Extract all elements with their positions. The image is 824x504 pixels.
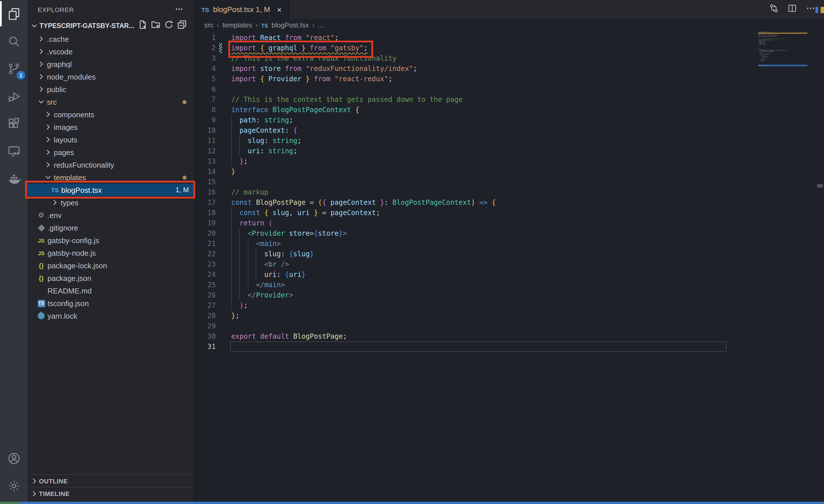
code-editor[interactable]: 1import React from "react";2import { gra…: [195, 33, 824, 352]
code-line-12: 12 uri: string;: [195, 146, 824, 156]
breadcrumb: src › templates › TS blogPost.tsx › ...: [195, 19, 824, 31]
tree-item-node-modules[interactable]: node_modules: [27, 70, 195, 83]
line-number: 25: [195, 280, 231, 290]
tree-item-.cache[interactable]: .cache: [27, 33, 195, 45]
tree-item-public[interactable]: public: [27, 83, 195, 96]
minimap-line-highlight: [758, 33, 807, 34]
new-file-icon[interactable]: [138, 20, 147, 31]
tree-item-src[interactable]: src: [27, 96, 195, 108]
breadcrumb-file[interactable]: blogPost.tsx: [272, 21, 309, 29]
tree-item-graphql[interactable]: graphql: [27, 58, 195, 70]
code-line-9: 9 path: string;: [195, 115, 824, 125]
activity-run-debug[interactable]: [0, 82, 27, 110]
minimap[interactable]: import React from "react";import { graph…: [758, 31, 813, 146]
section-outline[interactable]: OUTLINE: [27, 474, 195, 487]
git-modified-gutter: [219, 43, 222, 53]
line-number: 14: [195, 167, 231, 177]
code-line-4: 4import store from "reduxFunctionality/i…: [195, 64, 824, 74]
chevron-right-icon: [37, 85, 46, 94]
tab-blogpost[interactable]: TS blogPost.tsx 1, M ×: [195, 0, 290, 19]
line-number: 11: [195, 135, 231, 146]
section-timeline[interactable]: TIMELINE: [27, 487, 195, 499]
tree-item-label: package-lock.json: [47, 261, 107, 270]
tree-item-label: reduxFunctionality: [54, 161, 114, 169]
activity-extensions[interactable]: [0, 110, 27, 137]
tree-item-label: templates: [54, 173, 86, 182]
account-icon: [7, 451, 21, 466]
tree-item-package-lock.json[interactable]: {}package-lock.json: [27, 259, 195, 272]
activity-accounts[interactable]: [0, 444, 27, 472]
line-number: 29: [195, 321, 231, 331]
chevron-right-icon: ›: [312, 22, 314, 29]
activity-settings[interactable]: [0, 472, 27, 499]
line-number: 6: [195, 84, 231, 94]
chevron-down-icon: [37, 97, 46, 106]
chevron-right-icon: [50, 198, 60, 207]
line-number: 12: [195, 146, 231, 156]
split-editor-icon[interactable]: [787, 3, 798, 16]
new-folder-icon[interactable]: [151, 20, 160, 31]
breadcrumb-symbol[interactable]: ...: [318, 21, 324, 29]
editor-group[interactable]: TS blogPost.tsx 1, M × src › templates ›…: [195, 0, 824, 502]
line-number: 23: [195, 259, 231, 270]
line-number: 20: [195, 228, 231, 238]
code-line-22: 22 slug: {slug}: [195, 249, 824, 259]
activity-explorer[interactable]: [0, 0, 27, 27]
tree-item-label: gatsby-node.js: [47, 248, 96, 257]
minimap-line-highlight: [758, 65, 807, 66]
line-number: 17: [195, 197, 231, 208]
tree-item-.vscode[interactable]: .vscode: [27, 45, 195, 58]
remote-indicator[interactable]: [0, 502, 19, 504]
annotation-box-explorer: [25, 181, 195, 199]
code-line-5: 5import { Provider } from "react-redux";: [195, 74, 824, 84]
more-actions-icon[interactable]: [175, 5, 184, 15]
chevron-right-icon: [43, 135, 53, 144]
breadcrumb-src[interactable]: src: [204, 21, 213, 29]
line-number: 8: [195, 105, 231, 115]
open-changes-icon[interactable]: [768, 3, 780, 16]
tree-item-components[interactable]: components: [27, 108, 195, 121]
ts-square-file-icon: TS: [37, 299, 46, 308]
collapse-all-icon[interactable]: [177, 20, 187, 31]
tree-item-label: src: [47, 98, 57, 106]
line-number: 18: [195, 208, 231, 218]
breadcrumb-templates[interactable]: templates: [222, 21, 252, 29]
tree-item-pages[interactable]: pages: [27, 146, 195, 159]
activity-source-control[interactable]: 1: [0, 55, 27, 82]
overview-ruler[interactable]: [816, 0, 824, 469]
tree-item-label: tsconfig.json: [47, 299, 89, 307]
status-bar[interactable]: [0, 502, 824, 504]
activity-remote-explorer[interactable]: [0, 137, 27, 165]
yarn-file-icon: [37, 311, 46, 320]
tree-item-yarn.lock[interactable]: yarn.lock: [27, 309, 195, 322]
tree-item-label: node_modules: [47, 72, 96, 81]
tree-item-label: types: [61, 198, 78, 207]
debug-icon: [7, 89, 21, 103]
tree-item-.env[interactable]: ⚙.env: [27, 209, 195, 221]
tree-item-package.json[interactable]: {}package.json: [27, 272, 195, 284]
close-icon[interactable]: ×: [274, 5, 284, 14]
tree-item-reduxFunctionality[interactable]: reduxFunctionality: [27, 159, 195, 171]
tree-item-layouts[interactable]: layouts: [27, 133, 195, 146]
line-number: 15: [195, 177, 231, 187]
activity-search[interactable]: [0, 27, 27, 55]
refresh-icon[interactable]: [164, 20, 173, 31]
tree-item-images[interactable]: images: [27, 121, 195, 133]
tree-item-label: .env: [47, 211, 62, 219]
chevron-right-icon: ›: [255, 22, 258, 29]
ellipsis-icon[interactable]: [805, 3, 816, 16]
tree-item-README.md[interactable]: README.md: [27, 284, 195, 297]
project-root-row[interactable]: TYPESCRIPT-GATSBY-STAR...: [27, 19, 194, 32]
tree-item-tsconfig.json[interactable]: TStsconfig.json: [27, 297, 195, 309]
tree-item-.gitignore[interactable]: .gitignore: [27, 221, 195, 234]
braces-file-icon: {}: [37, 261, 46, 270]
code-line-15: 15: [195, 177, 824, 187]
line-number: 21: [195, 238, 231, 249]
tree-item-gatsby-node.js[interactable]: JSgatsby-node.js: [27, 246, 195, 259]
chevron-right-icon: ›: [217, 22, 219, 29]
gear-file-icon: ⚙: [37, 210, 46, 220]
modified-dot: [183, 100, 187, 104]
activity-docker[interactable]: [0, 165, 27, 192]
tree-item-gatsby-config.js[interactable]: JSgatsby-config.js: [27, 234, 195, 246]
code-line-18: 18 const { slug, uri } = pageContext;: [195, 208, 824, 218]
